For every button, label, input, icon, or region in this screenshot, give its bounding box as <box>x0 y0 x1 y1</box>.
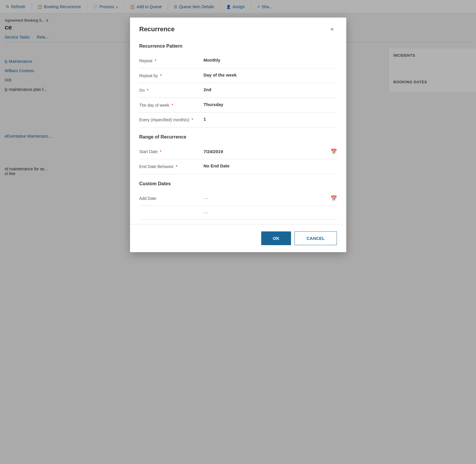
add-date-label: Add Date <box>139 195 204 202</box>
custom-date-value-row: --- <box>139 206 337 219</box>
start-date-row: Start Date * 7/24/2019 📅 <box>139 144 337 159</box>
repeat-row: Repeat * Monthly <box>139 53 337 68</box>
every-months-row: Every (#specified) month(s) * 1 <box>139 112 337 127</box>
modal-header: Recurrence × <box>130 18 346 39</box>
range-of-recurrence-section: Range of Recurrence <box>139 134 337 140</box>
day-of-week-label: The day of week * <box>139 102 204 108</box>
custom-date-empty-label <box>139 210 204 211</box>
start-date-label: Start Date * <box>139 148 204 155</box>
start-date-value[interactable]: 7/24/2019 <box>204 149 330 154</box>
on-label: On * <box>139 87 204 94</box>
ok-button[interactable]: OK <box>261 231 291 245</box>
repeat-value[interactable]: Monthly <box>204 58 337 63</box>
modal-body: Recurrence Pattern Repeat * Monthly Repe… <box>130 39 346 224</box>
add-date-row: Add Date --- 📅 <box>139 191 337 206</box>
custom-date-value: --- <box>204 210 337 215</box>
repeat-by-required: * <box>160 73 162 78</box>
start-date-calendar-icon[interactable]: 📅 <box>330 148 337 155</box>
recurrence-modal: Recurrence × Recurrence Pattern Repeat *… <box>130 18 346 252</box>
modal-title: Recurrence <box>139 25 175 33</box>
end-date-behavior-label: End Date Behavior * <box>139 163 204 170</box>
custom-dates-section: Custom Dates <box>139 181 337 186</box>
repeat-label: Repeat * <box>139 58 204 64</box>
cancel-button[interactable]: CANCEL <box>295 231 337 245</box>
day-of-week-required: * <box>172 103 173 108</box>
every-months-required: * <box>192 117 193 122</box>
day-of-week-value[interactable]: Thursday <box>204 102 337 107</box>
repeat-by-label: Repeat by * <box>139 72 204 79</box>
start-date-value-container: 7/24/2019 📅 <box>204 148 337 155</box>
repeat-by-value[interactable]: Day of the week <box>204 72 337 77</box>
start-date-required: * <box>160 149 161 154</box>
add-date-value[interactable]: --- <box>204 196 330 201</box>
on-row: On * 2nd <box>139 83 337 98</box>
close-button[interactable]: × <box>328 25 337 34</box>
add-date-value-container: --- 📅 <box>204 195 337 202</box>
modal-overlay: Recurrence × Recurrence Pattern Repeat *… <box>0 0 476 464</box>
modal-footer: OK CANCEL <box>130 224 346 252</box>
on-required: * <box>147 88 148 93</box>
add-date-calendar-icon[interactable]: 📅 <box>330 195 337 202</box>
every-months-value[interactable]: 1 <box>204 117 337 122</box>
repeat-required: * <box>155 58 156 63</box>
repeat-by-row: Repeat by * Day of the week <box>139 68 337 83</box>
recurrence-pattern-section: Recurrence Pattern <box>139 44 337 49</box>
on-value[interactable]: 2nd <box>204 87 337 92</box>
end-date-behavior-value[interactable]: No End Date <box>204 163 337 168</box>
every-months-label: Every (#specified) month(s) * <box>139 117 204 123</box>
day-of-week-row: The day of week * Thursday <box>139 98 337 113</box>
end-date-behavior-row: End Date Behavior * No End Date <box>139 159 337 174</box>
end-date-behavior-required: * <box>176 164 177 169</box>
